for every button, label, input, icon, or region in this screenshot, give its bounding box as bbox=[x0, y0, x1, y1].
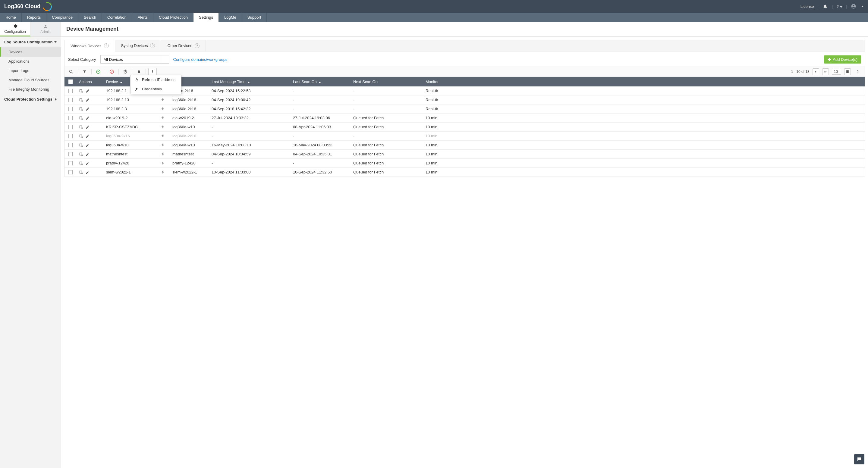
row-details-icon[interactable] bbox=[79, 170, 83, 174]
bell-icon[interactable] bbox=[822, 3, 828, 9]
header-monitor[interactable]: Monitor bbox=[423, 79, 447, 84]
add-device-button[interactable]: ✚ Add Device(s) bbox=[824, 56, 861, 64]
enable-icon[interactable] bbox=[94, 68, 102, 75]
delete-icon[interactable] bbox=[135, 68, 143, 75]
device-tab-other-devices[interactable]: Other Devices? bbox=[161, 40, 206, 51]
edit-icon[interactable] bbox=[86, 98, 90, 102]
page-last-button[interactable] bbox=[822, 68, 829, 75]
header-actions: Actions bbox=[76, 79, 104, 84]
header-checkbox[interactable] bbox=[64, 79, 76, 84]
row-checkbox[interactable] bbox=[64, 89, 76, 93]
row-checkbox[interactable] bbox=[64, 161, 76, 165]
agent-upload-icon[interactable] bbox=[155, 125, 170, 129]
edit-icon[interactable] bbox=[86, 161, 90, 165]
nav-tab-home[interactable]: Home bbox=[0, 13, 22, 22]
nav-tab-support[interactable]: Support bbox=[242, 13, 267, 22]
agent-upload-icon[interactable] bbox=[155, 134, 170, 138]
category-select-toggle[interactable] bbox=[161, 56, 169, 63]
disable-icon[interactable] bbox=[107, 68, 116, 75]
row-details-icon[interactable] bbox=[79, 116, 83, 120]
sidebar-item-devices[interactable]: Devices bbox=[0, 47, 61, 57]
agent-upload-icon[interactable] bbox=[155, 107, 170, 111]
nav-tab-settings[interactable]: Settings bbox=[193, 13, 219, 22]
edit-icon[interactable] bbox=[86, 170, 90, 174]
edit-icon[interactable] bbox=[86, 107, 90, 111]
device-tab-windows-devices[interactable]: Windows Devices? bbox=[64, 40, 115, 52]
row-details-icon[interactable] bbox=[79, 143, 83, 147]
edit-icon[interactable] bbox=[86, 143, 90, 147]
search-icon[interactable] bbox=[67, 68, 75, 75]
sidebar-group-cloud-protection-settings[interactable]: Cloud Protection Settings bbox=[0, 94, 61, 104]
header-last-message[interactable]: Last Message Time bbox=[209, 79, 290, 84]
chat-button[interactable] bbox=[854, 454, 864, 464]
help-link[interactable]: ? bbox=[836, 4, 842, 9]
sidebar-item-manage-cloud-sources[interactable]: Manage Cloud Sources bbox=[0, 75, 61, 85]
row-details-icon[interactable] bbox=[79, 98, 83, 102]
row-checkbox[interactable] bbox=[64, 125, 76, 129]
nav-tab-compliance[interactable]: Compliance bbox=[46, 13, 79, 22]
device-tab-syslog-devices[interactable]: Syslog Devices? bbox=[115, 40, 161, 51]
row-checkbox[interactable] bbox=[64, 143, 76, 147]
column-chooser-icon[interactable] bbox=[844, 68, 851, 75]
sidebar-item-import-logs[interactable]: Import Logs bbox=[0, 66, 61, 75]
agent-upload-icon[interactable] bbox=[155, 143, 170, 147]
page-size-select[interactable]: 10 bbox=[832, 69, 841, 75]
schedule-icon[interactable] bbox=[121, 68, 130, 75]
row-checkbox[interactable] bbox=[64, 134, 76, 138]
row-details-icon[interactable] bbox=[79, 152, 83, 156]
user-icon[interactable] bbox=[850, 3, 857, 9]
nav-tab-cloud-protection[interactable]: Cloud Protection bbox=[153, 13, 193, 22]
page-next-button[interactable] bbox=[812, 68, 819, 75]
help-icon[interactable]: ? bbox=[195, 43, 199, 48]
row-checkbox[interactable] bbox=[64, 152, 76, 156]
cell-monitor: Real-tir bbox=[423, 89, 447, 93]
edit-icon[interactable] bbox=[86, 116, 90, 120]
nav-tab-correlation[interactable]: Correlation bbox=[102, 13, 132, 22]
row-checkbox[interactable] bbox=[64, 170, 76, 174]
agent-upload-icon[interactable] bbox=[155, 161, 170, 165]
subtab-admin[interactable]: Admin bbox=[30, 22, 61, 36]
header-last-scan[interactable]: Last Scan On bbox=[290, 79, 351, 84]
menu-credentials[interactable]: Credentials bbox=[130, 84, 181, 94]
nav-tab-search[interactable]: Search bbox=[79, 13, 102, 22]
filter-icon[interactable] bbox=[81, 68, 89, 75]
cell-last-scan: 04-Sep-2024 10:35:01 bbox=[290, 152, 351, 156]
agent-upload-icon[interactable] bbox=[155, 152, 170, 156]
row-details-icon[interactable] bbox=[79, 161, 83, 165]
row-checkbox[interactable] bbox=[64, 98, 76, 102]
category-select[interactable] bbox=[100, 55, 169, 64]
header-next-scan[interactable]: Next Scan On bbox=[351, 79, 423, 84]
row-checkbox[interactable] bbox=[64, 107, 76, 111]
edit-icon[interactable] bbox=[86, 89, 90, 93]
refresh-icon[interactable] bbox=[854, 68, 862, 75]
agent-upload-icon[interactable] bbox=[155, 98, 170, 102]
row-details-icon[interactable] bbox=[79, 125, 83, 129]
help-icon[interactable]: ? bbox=[104, 43, 109, 48]
cell-last-message: 04-Sep-2024 10:34:59 bbox=[209, 152, 290, 156]
sidebar-group-log-source-configuration[interactable]: Log Source Configuration bbox=[0, 37, 61, 47]
sidebar-collapse-handle[interactable] bbox=[61, 97, 61, 109]
cell-monitor: 10 min bbox=[423, 161, 447, 165]
row-details-icon[interactable] bbox=[79, 89, 83, 93]
kebab-menu-icon[interactable] bbox=[148, 68, 157, 75]
nav-tab-logme[interactable]: LogMe bbox=[219, 13, 242, 22]
license-link[interactable]: License bbox=[801, 4, 814, 9]
row-checkbox[interactable] bbox=[64, 116, 76, 120]
nav-tab-alerts[interactable]: Alerts bbox=[132, 13, 153, 22]
category-select-value[interactable] bbox=[101, 56, 161, 63]
edit-icon[interactable] bbox=[86, 125, 90, 129]
nav-tab-reports[interactable]: Reports bbox=[22, 13, 47, 22]
menu-refresh-ip[interactable]: Refresh IP address bbox=[130, 75, 181, 84]
configure-domains-link[interactable]: Configure domains/workgroups bbox=[173, 57, 227, 62]
help-icon[interactable]: ? bbox=[150, 43, 155, 48]
agent-upload-icon[interactable] bbox=[155, 116, 170, 120]
subtab-configuration[interactable]: Configuration bbox=[0, 22, 30, 36]
edit-icon[interactable] bbox=[86, 134, 90, 138]
agent-upload-icon[interactable] bbox=[155, 170, 170, 174]
row-details-icon[interactable] bbox=[79, 134, 83, 138]
edit-icon[interactable] bbox=[86, 152, 90, 156]
row-details-icon[interactable] bbox=[79, 107, 83, 111]
row-actions bbox=[76, 134, 104, 138]
sidebar-item-file-integrity-monitoring[interactable]: File Integrity Monitoring bbox=[0, 85, 61, 94]
sidebar-item-applications[interactable]: Applications bbox=[0, 57, 61, 66]
